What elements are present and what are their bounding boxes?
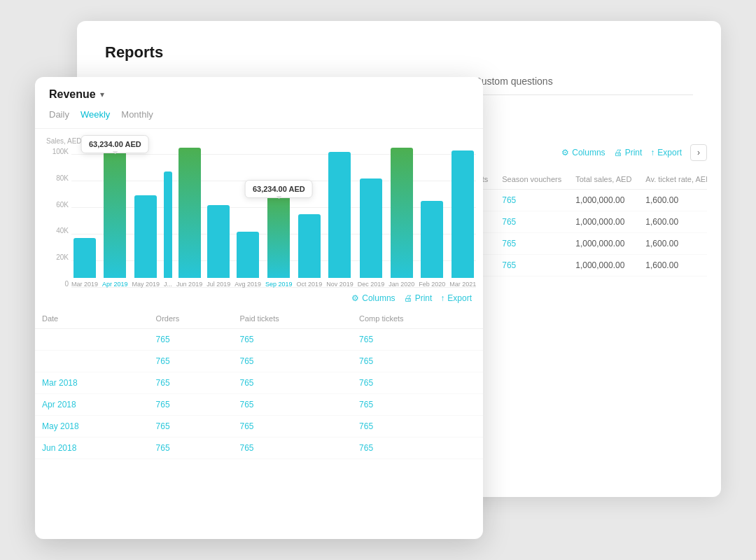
bar-label: Mar 2019	[71, 281, 98, 288]
front-columns-control[interactable]: ⚙ Columns	[351, 293, 395, 303]
bar-label: May 2019	[132, 281, 160, 288]
back-table-cell: 1,000,000.00	[568, 233, 638, 255]
bar-group[interactable]: Jan 2020	[388, 148, 414, 288]
bar-group[interactable]: May 2019	[132, 148, 160, 288]
table-cell-comp: 765	[352, 372, 483, 394]
col-paid-tickets: Paid tickets	[233, 309, 353, 329]
tooltip-apr: 63,234.00 AED	[81, 135, 149, 153]
back-table-cell: 765	[495, 233, 568, 255]
bar-label: Oct 2019	[297, 281, 323, 288]
table-cell-comp: 765	[352, 329, 483, 351]
table-cell-date: Mar 2018	[35, 372, 149, 394]
bar-group[interactable]: Feb 2020	[419, 148, 445, 288]
chart-bar	[134, 195, 157, 278]
bar-label: Avg 2019	[234, 281, 261, 288]
columns-control[interactable]: ⚙ Columns	[561, 148, 605, 158]
table-row: Jun 2018765765765	[35, 438, 483, 459]
period-monthly[interactable]: Monthly	[121, 109, 153, 120]
table-cell-comp: 765	[352, 351, 483, 372]
bars-area: Mar 201963,234.00 AEDApr 2019May 2019J..…	[71, 148, 476, 288]
table-cell-date: Apr 2018	[35, 394, 149, 416]
bar-group[interactable]: Jul 2019	[206, 148, 230, 288]
chart-bar	[328, 152, 351, 279]
revenue-panel: Revenue ▾ Daily Weekly Monthly Sales, AE…	[35, 77, 483, 539]
table-cell-date	[35, 351, 149, 372]
table-cell-paid: 765	[233, 351, 353, 372]
back-table-cell: 765	[495, 211, 568, 233]
back-table-cell: 1,600.00	[638, 233, 707, 255]
bar-group[interactable]: Nov 2019	[326, 148, 354, 288]
chart-bar	[298, 214, 321, 278]
table-nav-arrow[interactable]: ›	[690, 144, 707, 161]
front-table-controls: ⚙ Columns 🖨 Print ↑ Export	[35, 288, 483, 309]
bar-label: Jan 2020	[388, 281, 414, 288]
table-cell-orders: 765	[149, 351, 233, 372]
table-row: May 2018765765765	[35, 416, 483, 438]
chart-bar	[104, 149, 126, 278]
table-cell-orders: 765	[149, 438, 233, 459]
tab-custom-questions[interactable]: Custom questions	[475, 76, 553, 95]
back-table-cell: 1,000,000.00	[568, 190, 638, 211]
bar-group[interactable]: Jun 2019	[176, 148, 202, 288]
bar-group[interactable]: Dec 2019	[358, 148, 385, 288]
bar-group[interactable]: J...	[164, 148, 172, 288]
y-axis: 100K 80K 60K 40K 20K 0	[46, 148, 69, 288]
back-table-cell: 1,600.00	[638, 255, 707, 276]
export-icon: ↑	[650, 148, 654, 158]
front-table-scroll[interactable]: Date Orders Paid tickets Comp tickets 76…	[35, 309, 483, 459]
table-cell-paid: 765	[233, 329, 353, 351]
bar-label: Mar 2021	[449, 281, 476, 288]
table-cell-orders: 765	[149, 416, 233, 438]
revenue-title-row: Revenue ▾	[49, 88, 469, 101]
chart-bar	[207, 205, 230, 279]
table-cell-paid: 765	[233, 438, 353, 459]
bar-label: Apr 2019	[102, 281, 128, 288]
bar-label: Jun 2019	[176, 281, 202, 288]
y-tick-100k: 100K	[46, 148, 69, 155]
chart-bar	[451, 150, 474, 278]
table-cell-orders: 765	[149, 372, 233, 394]
page-title: Reports	[105, 43, 693, 62]
bar-label: Jul 2019	[206, 281, 230, 288]
columns-icon: ⚙	[561, 148, 569, 158]
table-cell-paid: 765	[233, 372, 353, 394]
front-export-control[interactable]: ↑ Export	[440, 293, 472, 303]
y-tick-40k: 40K	[46, 227, 69, 234]
chart-bar	[267, 194, 290, 278]
bar-group[interactable]: Avg 2019	[234, 148, 261, 288]
back-table-cell: 1,000,000.00	[568, 255, 638, 276]
chart-bar	[421, 201, 443, 278]
table-row: 765765765	[35, 351, 483, 372]
bar-group[interactable]: 63,234.00 AEDApr 2019	[102, 148, 128, 288]
bar-group[interactable]: 63,234.00 AEDSep 2019	[265, 148, 293, 288]
period-weekly[interactable]: Weekly	[80, 109, 110, 120]
front-print-control[interactable]: 🖨 Print	[404, 293, 433, 303]
y-tick-80k: 80K	[46, 174, 69, 182]
bar-group[interactable]: Oct 2019	[297, 148, 323, 288]
back-table-cell: 765	[495, 190, 568, 211]
bar-label: J...	[164, 281, 172, 288]
tooltip-sep: 63,234.00 AED	[245, 180, 313, 198]
chart-bar	[74, 238, 96, 278]
table-cell-comp: 765	[352, 394, 483, 416]
table-row: 765765765	[35, 329, 483, 351]
chart-bar	[164, 172, 172, 278]
export-control[interactable]: ↑ Export	[650, 148, 682, 158]
revenue-dropdown-icon[interactable]: ▾	[100, 90, 104, 99]
table-cell-date: Jun 2018	[35, 438, 149, 459]
period-daily[interactable]: Daily	[49, 109, 69, 120]
col-total-sales: Total sales, AED	[568, 169, 638, 190]
period-tabs: Daily Weekly Monthly	[49, 109, 469, 120]
table-row: Apr 2018765765765	[35, 394, 483, 416]
bar-group[interactable]: Mar 2019	[71, 148, 98, 288]
back-table-cell: 765	[495, 255, 568, 276]
bar-group[interactable]: Mar 2021	[449, 148, 476, 288]
chart-bar	[391, 148, 413, 278]
chart-bar	[237, 232, 259, 279]
table-cell-date	[35, 329, 149, 351]
chart-bar	[178, 148, 201, 278]
table-cell-paid: 765	[233, 416, 353, 438]
y-tick-0: 0	[46, 280, 69, 288]
col-av-ticket: Av. ticket rate, AED	[638, 169, 707, 190]
print-control[interactable]: 🖨 Print	[614, 148, 643, 158]
